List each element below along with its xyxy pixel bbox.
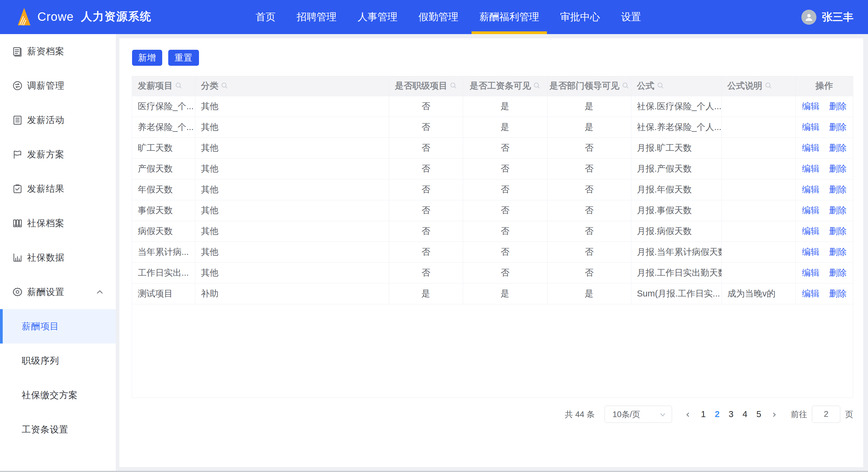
edit-link[interactable]: 编辑	[802, 205, 819, 215]
search-icon[interactable]	[450, 81, 457, 91]
page-number-2[interactable]: 2	[710, 409, 724, 419]
nav-item-3[interactable]: 假勤管理	[411, 0, 466, 34]
delete-link[interactable]: 删除	[829, 289, 846, 298]
cell-leader: 是	[547, 96, 631, 117]
edit-link[interactable]: 编辑	[802, 101, 819, 111]
column-header-label: 公式说明	[727, 80, 763, 92]
sidebar-item-0[interactable]: 薪资档案	[0, 34, 116, 68]
search-icon[interactable]	[533, 81, 540, 91]
page-number-3[interactable]: 3	[724, 409, 738, 419]
cell-rank: 否	[389, 117, 463, 138]
cell-formula: 月报.工作日实出勤天数	[631, 262, 721, 283]
column-header-label: 分类	[201, 80, 219, 92]
sidebar-item-label: 发薪结果	[27, 183, 64, 195]
table-row: 病假天数其他否否否月报.病假天数编辑删除	[132, 221, 853, 242]
delete-link[interactable]: 删除	[829, 205, 846, 215]
sidebar-subitem-label: 工资条设置	[22, 423, 68, 436]
edit-link[interactable]: 编辑	[802, 184, 819, 194]
cell-formula: 社保.医疗保险_个人...	[631, 96, 721, 117]
sidebar-item-label: 薪酬设置	[27, 286, 64, 298]
total-count: 共 44 条	[565, 409, 595, 420]
sidebar-subitem-7-0[interactable]: 薪酬项目	[0, 309, 116, 344]
edit-link[interactable]: 编辑	[802, 268, 819, 277]
delete-link[interactable]: 删除	[829, 226, 846, 236]
page-number-5[interactable]: 5	[752, 409, 766, 419]
edit-link[interactable]: 编辑	[802, 143, 819, 153]
cell-desc	[721, 221, 795, 242]
sidebar-item-label: 发薪活动	[27, 114, 64, 126]
nav-item-1[interactable]: 招聘管理	[289, 0, 344, 34]
delete-link[interactable]: 删除	[829, 122, 846, 132]
delete-link[interactable]: 删除	[829, 164, 846, 173]
nav-item-label: 假勤管理	[418, 10, 458, 24]
sidebar-item-7[interactable]: 薪酬设置	[0, 275, 116, 309]
sidebar-subitem-7-3[interactable]: 工资条设置	[0, 412, 116, 447]
edit-link[interactable]: 编辑	[802, 247, 819, 257]
social-data-icon	[12, 252, 23, 263]
column-header-label: 是否职级项目	[395, 80, 447, 92]
column-header-1: 分类	[195, 76, 389, 96]
nav-item-6[interactable]: 设置	[613, 0, 649, 34]
sidebar-item-6[interactable]: 社保数据	[0, 240, 116, 275]
next-page-button[interactable]: ›	[766, 408, 783, 420]
cell-payslip: 否	[463, 158, 547, 179]
cell-rank: 否	[389, 158, 463, 179]
cell-item: 产假天数	[132, 158, 195, 179]
horizontal-scrollbar[interactable]	[0, 471, 868, 472]
edit-link[interactable]: 编辑	[802, 289, 819, 298]
nav-item-2[interactable]: 人事管理	[350, 0, 405, 34]
sidebar-subitem-7-2[interactable]: 社保缴交方案	[0, 378, 116, 412]
cell-desc	[721, 138, 795, 158]
delete-link[interactable]: 删除	[829, 101, 846, 111]
social-archive-icon	[12, 218, 23, 229]
table-row: 工作日实出...其他否否否月报.工作日实出勤天数编辑删除	[132, 262, 853, 283]
prev-page-button[interactable]: ‹	[679, 408, 696, 420]
reset-button[interactable]: 重置	[168, 50, 199, 66]
sidebar-item-1[interactable]: 调薪管理	[0, 68, 116, 103]
cell-formula: 月报.产假天数	[631, 158, 721, 179]
goto-label: 前往	[791, 409, 807, 420]
user-menu[interactable]: 张三丰	[801, 0, 854, 34]
cell-formula: 月报.旷工天数	[631, 138, 721, 158]
app-title: 人力资源系统	[81, 9, 152, 24]
edit-link[interactable]: 编辑	[802, 122, 819, 132]
nav-item-label: 人事管理	[358, 10, 397, 24]
delete-link[interactable]: 删除	[829, 247, 846, 257]
column-header-0: 发薪项目	[132, 76, 195, 96]
cell-category: 补助	[195, 283, 389, 304]
sidebar-item-4[interactable]: 发薪结果	[0, 172, 116, 206]
search-icon[interactable]	[657, 81, 664, 91]
sidebar-item-3[interactable]: 发薪方案	[0, 137, 116, 172]
sidebar-item-label: 社保档案	[27, 217, 64, 230]
cell-leader: 是	[547, 117, 631, 138]
cell-formula: 月报.病假天数	[631, 221, 721, 242]
column-header-4: 是否部门领导可见	[547, 76, 631, 96]
edit-link[interactable]: 编辑	[802, 164, 819, 173]
cell-item: 养老保险_个...	[132, 117, 195, 138]
nav-item-5[interactable]: 审批中心	[552, 0, 608, 34]
delete-link[interactable]: 删除	[829, 268, 846, 277]
sidebar-item-5[interactable]: 社保档案	[0, 206, 116, 240]
search-icon[interactable]	[622, 81, 629, 91]
page-number-4[interactable]: 4	[738, 409, 752, 419]
nav-item-4[interactable]: 薪酬福利管理	[471, 0, 547, 34]
add-button[interactable]: 新增	[132, 50, 162, 66]
page-number-1[interactable]: 1	[696, 409, 710, 419]
nav-item-0[interactable]: 首页	[248, 0, 283, 34]
search-icon[interactable]	[221, 81, 228, 91]
cell-rank: 否	[389, 138, 463, 158]
cell-actions: 编辑删除	[795, 179, 853, 200]
page-size-select[interactable]: 10条/页	[604, 406, 672, 423]
search-icon[interactable]	[175, 81, 182, 91]
delete-link[interactable]: 删除	[829, 184, 846, 194]
cell-desc: 成为当晚v的	[721, 283, 795, 304]
delete-link[interactable]: 删除	[829, 143, 846, 153]
sidebar-subitem-7-1[interactable]: 职级序列	[0, 344, 116, 378]
search-icon[interactable]	[765, 81, 772, 91]
sidebar-item-2[interactable]: 发薪活动	[0, 103, 116, 137]
edit-link[interactable]: 编辑	[802, 226, 819, 236]
goto-page-input[interactable]	[812, 406, 840, 423]
content-area: 新增 重置 发薪项目分类是否职级项目是否工资条可见是否部门领导可见公式公式说明操…	[116, 34, 868, 471]
top-header: Crowe 人力资源系统 首页招聘管理人事管理假勤管理薪酬福利管理审批中心设置 …	[0, 0, 868, 34]
cell-leader: 否	[547, 242, 631, 262]
